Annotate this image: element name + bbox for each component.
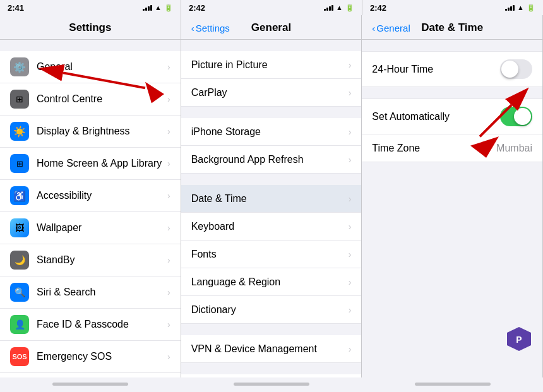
status-icons-3: ▲ 🔋 — [505, 4, 535, 12]
status-bars: 2:41 ▲ 🔋 2:42 — [0, 0, 543, 15]
siri-chevron: › — [167, 287, 170, 297]
general-panel-title: General — [251, 21, 291, 34]
general-item-vpn[interactable]: VPN & Device Management › — [181, 335, 362, 363]
general-list[interactable]: Picture in Picture › CarPlay › iPhone St… — [181, 40, 362, 377]
home-indicator-3 — [415, 383, 491, 386]
accessibility-chevron: › — [167, 191, 170, 201]
accessibility-icon: ♿ — [10, 186, 29, 205]
set-auto-toggle[interactable] — [500, 107, 532, 126]
display-icon: ☀️ — [10, 122, 29, 141]
set-auto-label: Set Automatically — [372, 111, 500, 122]
general-chevron: › — [167, 62, 170, 72]
standby-icon: 🌙 — [10, 251, 29, 270]
sos-label: Emergency SOS — [37, 351, 167, 362]
settings-item-accessibility[interactable]: ♿ Accessibility › — [0, 180, 181, 212]
twentyfour-toggle[interactable] — [500, 59, 532, 79]
general-item-carplay[interactable]: CarPlay › — [181, 79, 362, 107]
keyboard-chevron: › — [349, 222, 352, 232]
twentyfour-label: 24-Hour Time — [372, 64, 500, 75]
homescreen-label: Home Screen & App Library — [37, 158, 167, 169]
signal-icon-3 — [505, 5, 515, 11]
faceid-chevron: › — [167, 319, 170, 330]
datetime-back-button[interactable]: ‹ General — [372, 23, 410, 33]
time-2: 2:42 — [189, 3, 205, 13]
keyboard-label: Keyboard — [191, 221, 349, 232]
general-item-legal[interactable]: Legal & Regulatory › — [181, 374, 362, 377]
general-item-language[interactable]: Language & Region › — [181, 268, 362, 296]
time-1: 2:41 — [8, 3, 24, 13]
general-item-datetime[interactable]: Date & Time › — [181, 185, 362, 213]
datetime-label: Date & Time — [191, 193, 349, 205]
fonts-chevron: › — [349, 249, 352, 259]
battery-icon-3: 🔋 — [527, 4, 535, 12]
faceid-icon: 👤 — [10, 315, 29, 334]
status-icons-1: ▲ 🔋 — [143, 4, 173, 12]
siri-label: Siri & Search — [37, 287, 167, 298]
display-label: Display & Brightness — [37, 126, 167, 137]
settings-item-general[interactable]: ⚙️ General › — [0, 51, 181, 83]
general-back-label: Settings — [196, 23, 230, 33]
settings-item-display[interactable]: ☀️ Display & Brightness › — [0, 116, 181, 148]
general-header: ‹ Settings General — [181, 15, 362, 40]
settings-item-wallpaper[interactable]: 🖼 Wallpaper › — [0, 212, 181, 244]
wallpaper-chevron: › — [167, 223, 170, 233]
vpn-label: VPN & Device Management — [191, 343, 349, 355]
bgrefresh-label: Background App Refresh — [191, 154, 349, 165]
sos-chevron: › — [167, 352, 170, 362]
general-back-button[interactable]: ‹ Settings — [191, 23, 230, 33]
datetime-panel-title: Date & Time — [421, 21, 483, 34]
general-icon: ⚙️ — [10, 57, 29, 76]
datetime-header: ‹ General Date & Time — [362, 15, 542, 40]
settings-item-faceid[interactable]: 👤 Face ID & Passcode › — [0, 309, 181, 341]
pip-chevron: › — [349, 60, 352, 70]
settings-title: Settings — [69, 21, 111, 34]
wifi-icon-3: ▲ — [517, 4, 524, 11]
signal-icon-1 — [143, 5, 152, 11]
settings-item-siri[interactable]: 🔍 Siri & Search › — [0, 276, 181, 309]
control-icon: ⊞ — [10, 90, 29, 109]
status-bar-3: 2:42 ▲ 🔋 — [362, 0, 543, 15]
general-item-keyboard[interactable]: Keyboard › — [181, 213, 362, 241]
fonts-label: Fonts — [191, 249, 349, 260]
settings-item-control[interactable]: ⊞ Control Centre › — [0, 83, 181, 116]
settings-item-homescreen[interactable]: ⊞ Home Screen & App Library › — [0, 148, 181, 180]
wifi-icon-1: ▲ — [155, 4, 162, 11]
settings-item-standby[interactable]: 🌙 StandBy › — [0, 244, 181, 276]
home-indicator-2 — [234, 383, 309, 386]
vpn-chevron: › — [349, 344, 352, 354]
settings-list[interactable]: ⚙️ General › ⊞ Control Centre › ☀️ Displ… — [0, 40, 181, 377]
language-chevron: › — [349, 277, 352, 287]
bgrefresh-chevron: › — [349, 155, 352, 165]
carplay-chevron: › — [349, 88, 352, 98]
general-label: General — [37, 61, 167, 73]
carplay-label: CarPlay — [191, 87, 349, 98]
general-item-dictionary[interactable]: Dictionary › — [181, 296, 362, 324]
settings-item-sos[interactable]: SOS Emergency SOS › — [0, 341, 181, 373]
display-chevron: › — [167, 126, 170, 136]
datetime-panel: ‹ General Date & Time 24-Hour Time Set A… — [362, 15, 543, 377]
set-automatically-row: Set Automatically — [362, 98, 542, 134]
storage-chevron: › — [349, 127, 352, 137]
pocketnow-badge: P — [506, 326, 532, 352]
dictionary-label: Dictionary — [191, 304, 349, 316]
standby-chevron: › — [167, 255, 170, 265]
general-item-storage[interactable]: iPhone Storage › — [181, 118, 362, 146]
homescreen-icon: ⊞ — [10, 154, 29, 173]
settings-item-exposure[interactable]: 📡 Exposure Notifications › — [0, 373, 181, 377]
control-chevron: › — [167, 94, 170, 104]
datetime-chevron: › — [349, 194, 352, 204]
set-auto-knob — [514, 108, 531, 125]
status-bar-1: 2:41 ▲ 🔋 — [0, 0, 181, 15]
accessibility-label: Accessibility — [37, 190, 167, 201]
settings-header: Settings — [0, 15, 181, 40]
battery-icon-2: 🔋 — [345, 4, 354, 12]
general-item-pip[interactable]: Picture in Picture › — [181, 51, 362, 79]
general-item-fonts[interactable]: Fonts › — [181, 241, 362, 268]
time-3: 2:42 — [370, 3, 386, 13]
status-bar-2: 2:42 ▲ 🔋 — [181, 0, 362, 15]
faceid-label: Face ID & Passcode — [37, 319, 167, 330]
home-indicator-1 — [52, 383, 128, 386]
storage-label: iPhone Storage — [191, 126, 349, 138]
timezone-label: Time Zone — [372, 143, 496, 154]
general-item-bgrefresh[interactable]: Background App Refresh › — [181, 146, 362, 174]
